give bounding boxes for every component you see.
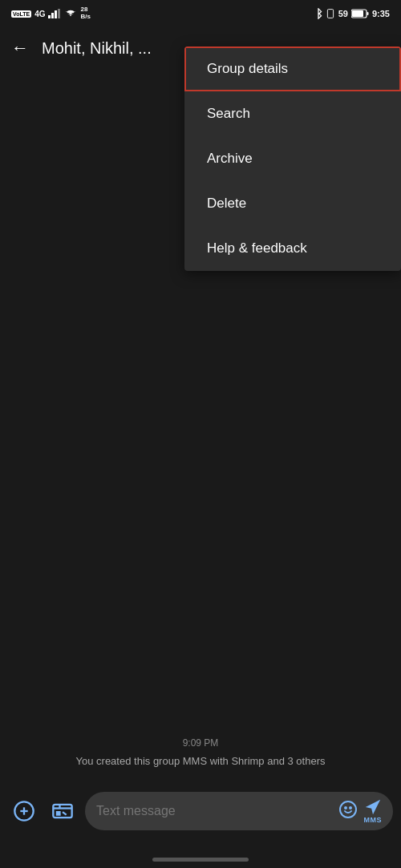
- signal-bars-icon: [48, 9, 61, 18]
- chat-timestamp: 9:09 PM: [183, 737, 219, 749]
- svg-point-12: [340, 801, 356, 818]
- bottom-bar: MMS: [0, 780, 401, 842]
- add-button[interactable]: [8, 795, 40, 827]
- wifi-icon: [64, 9, 77, 18]
- time: 9:35: [372, 9, 390, 18]
- message-input-container[interactable]: MMS: [85, 792, 393, 830]
- svg-rect-4: [327, 10, 333, 18]
- menu-item-group-details[interactable]: Group details: [184, 46, 401, 91]
- svg-point-13: [345, 807, 346, 809]
- svg-point-14: [350, 807, 351, 809]
- home-indicator: [152, 858, 249, 862]
- signal-4g: 4G: [34, 10, 45, 18]
- chat-system-message: You created this group MMS with Shrimp a…: [57, 755, 345, 767]
- svg-rect-0: [48, 15, 51, 18]
- battery-level: 59: [338, 9, 348, 18]
- volte-badge: VoLTE: [11, 10, 31, 18]
- send-label: MMS: [364, 816, 383, 824]
- back-button[interactable]: ←: [11, 38, 29, 59]
- send-button[interactable]: MMS: [364, 798, 383, 824]
- menu-item-archive[interactable]: Archive: [184, 136, 401, 181]
- emoji-button[interactable]: [338, 800, 358, 822]
- menu-item-search[interactable]: Search: [184, 91, 401, 136]
- status-bar: VoLTE 4G 28 B/s 59 9:35: [0, 0, 401, 26]
- svg-rect-7: [367, 12, 368, 15]
- message-input[interactable]: [96, 804, 332, 818]
- menu-item-delete[interactable]: Delete: [184, 181, 401, 226]
- status-left: VoLTE 4G 28 B/s: [11, 6, 91, 21]
- svg-rect-3: [58, 9, 60, 18]
- media-button[interactable]: [47, 795, 79, 827]
- status-right: 59 9:35: [314, 8, 390, 19]
- menu-item-help-feedback[interactable]: Help & feedback: [184, 226, 401, 271]
- svg-rect-2: [55, 10, 57, 18]
- svg-rect-1: [51, 13, 54, 18]
- dropdown-menu: Group details Search Archive Delete Help…: [184, 46, 401, 271]
- data-speed: 28 B/s: [80, 6, 90, 21]
- svg-rect-6: [352, 10, 363, 17]
- phone-icon: [326, 8, 335, 19]
- battery-icon: [351, 9, 369, 18]
- bluetooth-icon: [314, 8, 322, 19]
